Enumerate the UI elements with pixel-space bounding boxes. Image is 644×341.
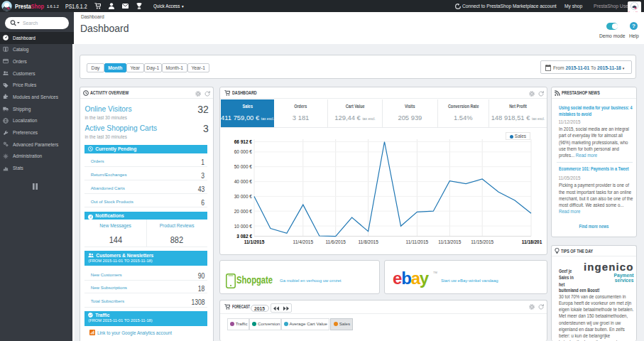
svg-text:66 912 €: 66 912 € [234,139,253,144]
svg-text:11/13/2015: 11/13/2015 [438,239,461,244]
svg-text:40 000 €: 40 000 € [234,179,253,184]
svg-text:11/6/2015: 11/6/2015 [325,239,346,244]
svg-text:11/1/2015: 11/1/2015 [244,239,265,244]
svg-text:10 000 €: 10 000 € [234,224,253,229]
svg-text:11/8/2015: 11/8/2015 [358,239,378,244]
svg-text:50 000 €: 50 000 € [234,164,253,169]
svg-text:11/11/2015: 11/11/2015 [406,239,429,244]
svg-text:11/4/2015: 11/4/2015 [293,239,314,244]
svg-text:60 000 €: 60 000 € [234,149,253,154]
svg-text:11/15/2015: 11/15/2015 [471,239,493,244]
svg-text:3 082 €: 3 082 € [236,234,252,239]
svg-text:20 000 €: 20 000 € [234,209,253,214]
svg-text:30 000 €: 30 000 € [234,194,253,199]
svg-text:11/18/201: 11/18/201 [522,239,542,244]
